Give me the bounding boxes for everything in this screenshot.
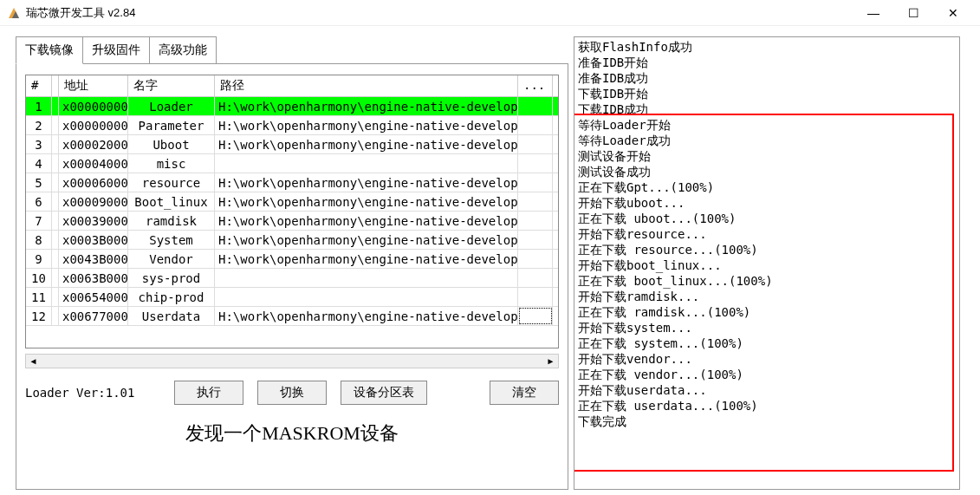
horizontal-scrollbar[interactable]: ◄ ► <box>25 354 559 368</box>
cell-path[interactable]: H:\work\openharmony\engine-native-develo… <box>215 173 518 192</box>
col-header-index[interactable]: # <box>26 75 52 96</box>
cell-address[interactable]: x00006000 <box>59 173 128 192</box>
col-header-address[interactable]: 地址 <box>59 75 128 96</box>
cell-browse[interactable] <box>518 288 553 306</box>
cell-address[interactable]: x0043B000 <box>59 250 128 268</box>
col-header-name[interactable]: 名字 <box>128 75 215 96</box>
cell-path[interactable] <box>215 269 518 287</box>
cell-check[interactable] <box>52 192 59 211</box>
cell-path[interactable]: H:\work\openharmony\engine-native-develo… <box>215 307 518 325</box>
execute-button[interactable]: 执行 <box>174 381 243 405</box>
scroll-track[interactable] <box>41 355 543 368</box>
partition-table-button[interactable]: 设备分区表 <box>341 381 427 405</box>
log-line: 正在下载 boot_linux...(100%) <box>578 273 956 289</box>
cell-browse[interactable] <box>518 173 553 192</box>
cell-path[interactable]: H:\work\openharmony\engine-native-develo… <box>215 135 518 153</box>
cell-browse[interactable] <box>518 212 553 230</box>
cell-path[interactable]: H:\work\openharmony\engine-native-develo… <box>215 231 518 249</box>
cell-name[interactable]: Parameter <box>128 116 215 134</box>
col-header-check[interactable] <box>52 75 59 96</box>
cell-name[interactable]: misc <box>128 154 215 173</box>
cell-address[interactable]: x00002000 <box>59 135 128 153</box>
maximize-button[interactable]: ☐ <box>893 0 933 26</box>
cell-name[interactable]: resource <box>128 173 215 192</box>
cell-address[interactable]: x0063B000 <box>59 269 128 287</box>
cell-browse[interactable] <box>518 135 553 153</box>
table-row[interactable]: 9x0043B000VendorH:\work\openharmony\engi… <box>26 250 558 269</box>
cell-address[interactable]: x00004000 <box>59 154 128 173</box>
cell-name[interactable]: ramdisk <box>128 212 215 230</box>
table-row[interactable]: 6x00009000Boot_linuxH:\work\openharmony\… <box>26 192 558 212</box>
cell-path[interactable]: H:\work\openharmony\engine-native-develo… <box>215 97 518 115</box>
table-row[interactable]: 8x0003B000SystemH:\work\openharmony\engi… <box>26 231 558 250</box>
cell-browse[interactable] <box>518 154 553 173</box>
cell-path[interactable]: H:\work\openharmony\engine-native-develo… <box>215 212 518 230</box>
cell-check[interactable] <box>52 250 59 268</box>
cell-check[interactable] <box>52 116 59 134</box>
cell-browse[interactable] <box>518 269 553 287</box>
cell-path[interactable] <box>215 154 518 173</box>
cell-path[interactable]: H:\work\openharmony\engine-native-develo… <box>215 250 518 268</box>
window-title: 瑞芯微开发工具 v2.84 <box>26 5 853 21</box>
log-panel[interactable]: 获取FlashInfo成功准备IDB开始准备IDB成功下载IDB开始下载IDB成… <box>574 36 960 490</box>
cell-name[interactable]: Loader <box>128 97 215 115</box>
cell-check[interactable] <box>52 269 59 287</box>
cell-address[interactable]: x00677000 <box>59 307 128 325</box>
cell-index: 6 <box>26 192 52 211</box>
cell-address[interactable]: x00039000 <box>59 212 128 230</box>
table-row[interactable]: 3x00002000UbootH:\work\openharmony\engin… <box>26 135 558 154</box>
cell-name[interactable]: chip-prod <box>128 288 215 306</box>
tab-upgrade-firmware[interactable]: 升级固件 <box>82 36 150 63</box>
cell-check[interactable] <box>52 135 59 153</box>
switch-button[interactable]: 切换 <box>257 381 327 405</box>
col-header-path[interactable]: 路径 <box>215 75 518 96</box>
cell-check[interactable] <box>52 212 59 230</box>
cell-name[interactable]: Boot_linux <box>128 192 215 211</box>
cell-path[interactable] <box>215 288 518 306</box>
table-row[interactable]: 11x00654000chip-prod <box>26 288 558 307</box>
cell-index: 4 <box>26 154 52 173</box>
table-row[interactable]: 1x00000000LoaderH:\work\openharmony\engi… <box>26 97 558 116</box>
cell-name[interactable]: Vendor <box>128 250 215 268</box>
tab-advanced[interactable]: 高级功能 <box>149 36 217 63</box>
tab-content: # 地址 名字 路径 ... 1x00000000LoaderH:\work\o… <box>16 63 568 490</box>
cell-path[interactable]: H:\work\openharmony\engine-native-develo… <box>215 116 518 134</box>
cell-browse[interactable] <box>518 192 553 211</box>
cell-address[interactable]: x0003B000 <box>59 231 128 249</box>
cell-browse[interactable] <box>518 231 553 249</box>
cell-browse[interactable] <box>518 116 553 134</box>
cell-browse[interactable] <box>518 307 553 325</box>
cell-name[interactable]: sys-prod <box>128 269 215 287</box>
cell-check[interactable] <box>52 154 59 173</box>
loader-version-label: Loader Ver:1.01 <box>25 386 134 400</box>
cell-path[interactable]: H:\work\openharmony\engine-native-develo… <box>215 192 518 211</box>
cell-address[interactable]: x00000000 <box>59 116 128 134</box>
cell-check[interactable] <box>52 97 59 115</box>
cell-check[interactable] <box>52 307 59 325</box>
table-row[interactable]: 12x00677000UserdataH:\work\openharmony\e… <box>26 307 558 326</box>
cell-name[interactable]: Userdata <box>128 307 215 325</box>
clear-button[interactable]: 清空 <box>490 381 559 405</box>
cell-name[interactable]: Uboot <box>128 135 215 153</box>
cell-address[interactable]: x00654000 <box>59 288 128 306</box>
table-row[interactable]: 5x00006000resourceH:\work\openharmony\en… <box>26 173 558 192</box>
close-button[interactable]: ✕ <box>933 0 973 26</box>
tab-download-image[interactable]: 下载镜像 <box>16 36 83 64</box>
cell-check[interactable] <box>52 173 59 192</box>
cell-browse[interactable] <box>518 97 553 115</box>
col-header-more[interactable]: ... <box>518 75 553 96</box>
table-row[interactable]: 4x00004000misc <box>26 154 558 173</box>
table-row[interactable]: 2x00000000ParameterH:\work\openharmony\e… <box>26 116 558 135</box>
table-row[interactable]: 10x0063B000sys-prod <box>26 269 558 288</box>
scroll-left-icon[interactable]: ◄ <box>26 355 41 368</box>
cell-name[interactable]: System <box>128 231 215 249</box>
cell-check[interactable] <box>52 231 59 249</box>
scroll-right-icon[interactable]: ► <box>543 355 558 368</box>
cell-address[interactable]: x00009000 <box>59 192 128 211</box>
minimize-button[interactable]: — <box>853 0 893 26</box>
cell-check[interactable] <box>52 288 59 306</box>
table-row[interactable]: 7x00039000ramdiskH:\work\openharmony\eng… <box>26 212 558 231</box>
cell-address[interactable]: x00000000 <box>59 97 128 115</box>
cell-browse[interactable] <box>518 250 553 268</box>
log-line: 等待Loader成功 <box>578 133 956 148</box>
